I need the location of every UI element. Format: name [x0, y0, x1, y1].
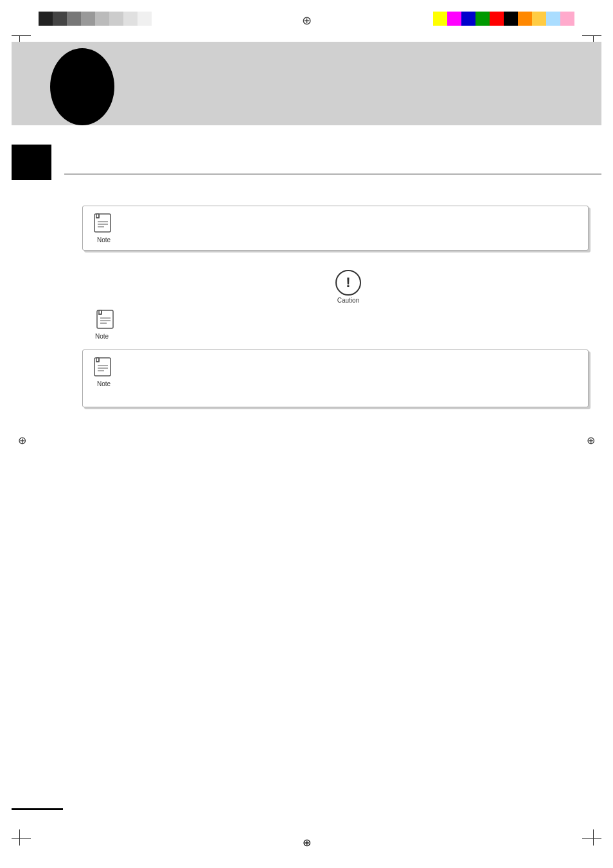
- crosshair-top-center: ⊕: [300, 14, 313, 27]
- color-block-lightyellow: [532, 12, 546, 26]
- color-block: [138, 12, 152, 26]
- color-block-yellow: [433, 12, 447, 26]
- color-block: [109, 12, 123, 26]
- color-block-pink: [560, 12, 574, 26]
- note-icon-1: Note: [93, 213, 115, 244]
- note-box-1: Note: [82, 206, 589, 251]
- header-oval: [50, 48, 114, 125]
- bottom-underline: [12, 808, 63, 810]
- color-block-green: [475, 12, 490, 26]
- reg-line-top-right: [582, 35, 601, 36]
- crosshair-bottom-symbol: ⊕: [303, 837, 311, 848]
- black-section: [12, 145, 51, 180]
- note-svg-icon-2: [93, 357, 115, 379]
- note-label-2: Note: [97, 380, 111, 387]
- crosshair-symbol: ⊕: [302, 13, 312, 28]
- note-box-2: Note: [82, 350, 589, 407]
- color-block-lightblue: [546, 12, 560, 26]
- color-block-orange: [518, 12, 532, 26]
- color-block: [53, 12, 67, 26]
- color-strip-right: [433, 12, 574, 26]
- caution-exclamation: !: [346, 274, 350, 291]
- color-block: [39, 12, 53, 26]
- color-block-black: [504, 12, 518, 26]
- note-inline-wrapper: Note: [95, 309, 601, 340]
- header-rule: [64, 173, 601, 175]
- note-label-1: Note: [97, 236, 111, 244]
- reg-line-right-bottom: [593, 829, 594, 846]
- caution-circle: !: [335, 270, 361, 296]
- note-icon-2: Note: [93, 357, 115, 387]
- header-band: [12, 42, 601, 125]
- color-block: [81, 12, 95, 26]
- note-label-inline: Note: [95, 333, 109, 340]
- reg-line-bottom-left: [12, 838, 31, 839]
- color-strip-left: [39, 12, 152, 26]
- color-block-blue: [461, 12, 475, 26]
- reg-line-bottom-right: [582, 838, 601, 839]
- color-block: [123, 12, 138, 26]
- caution-label: Caution: [337, 297, 359, 304]
- reg-line-left-bottom: [19, 829, 20, 846]
- main-content: Note ! Caution Note: [12, 199, 601, 817]
- color-block-red: [490, 12, 504, 26]
- note-svg-icon-inline: [95, 309, 118, 332]
- reg-line-top-left: [12, 35, 31, 36]
- crosshair-bottom-center: ⊕: [303, 837, 311, 849]
- note-svg-icon: [93, 213, 115, 235]
- inline-icons-section: ! Caution Note: [12, 270, 601, 340]
- caution-icon-wrapper: ! Caution: [95, 270, 601, 304]
- color-block: [67, 12, 81, 26]
- color-block: [95, 12, 109, 26]
- color-block-magenta: [447, 12, 461, 26]
